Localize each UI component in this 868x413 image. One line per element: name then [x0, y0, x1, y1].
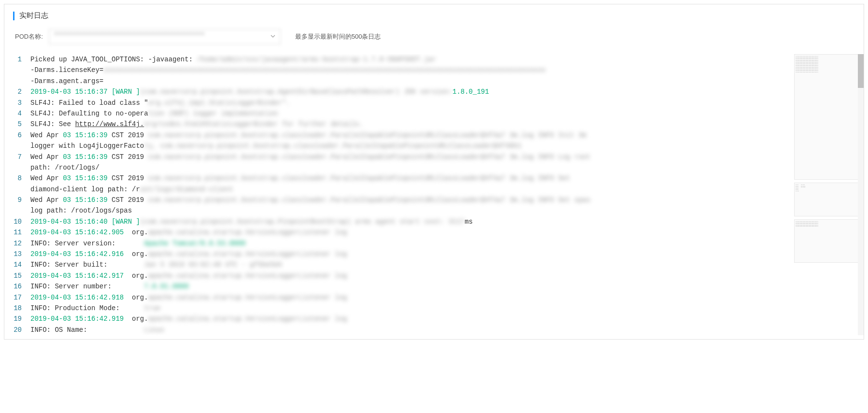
log-line: diamond-client log path: /root/logs/diam…	[10, 184, 790, 195]
line-content: 2019-04-03 15:16:40 [WARN ](com.navercor…	[30, 216, 790, 227]
line-number: 17	[10, 292, 30, 303]
log-segment: apache.catalina.startup.VersionLoggerLis…	[148, 272, 347, 280]
log-segment: org.slf4j.impl.StaticLoggerBinder".	[148, 99, 290, 107]
log-line: 172019-04-03 15:16:42.918 org.apache.cat…	[10, 292, 790, 303]
line-number	[10, 162, 30, 173]
log-segment: 1.8.0_191	[453, 88, 489, 96]
log-segment: com.navercorp.pinpoint.bootstrap.classlo…	[144, 196, 590, 204]
log-segment: Wed Apr	[30, 153, 63, 161]
line-number: 7	[10, 152, 30, 162]
line-number: 8	[10, 173, 30, 184]
line-content: 2019-04-03 15:16:42.917 org.apache.catal…	[30, 271, 790, 281]
log-link[interactable]: http://www.slf4j.	[75, 120, 144, 128]
log-segment: [WARN ]	[112, 88, 140, 96]
log-segment: com.navercorp.pinpoint.bootstrap.classlo…	[144, 153, 590, 161]
log-segment: true	[144, 304, 160, 312]
log-segment: CST 2019	[108, 131, 144, 139]
log-segment: 2019-04-03 15:16:42.918	[30, 294, 124, 301]
log-segment: (com.navercorp.pinpoint.bootstrap.Pinpoi…	[140, 218, 465, 226]
log-segment: com.navercorp.pinpoint.bootstrap.classlo…	[144, 174, 570, 182]
line-content: INFO: OS Name: Linux	[30, 325, 790, 335]
log-segment: INFO	[30, 261, 47, 269]
title-accent-bar	[13, 12, 14, 20]
log-segment: : Production Mode:	[47, 304, 144, 312]
minimap-column: xxxxxxxxxxxxxxxxxxxxxxxxxxxxxxxxxxxxxxx …	[794, 54, 862, 335]
log-segment: CST 2019	[108, 153, 144, 161]
log-line: 18INFO: Production Mode: true	[10, 303, 790, 313]
line-number: 1	[10, 54, 30, 65]
log-limit-hint: 最多显示最新时间的500条日志	[295, 32, 381, 41]
log-line: -Darms.licenseKey=xxxxxxxxxxxxxxxxxxxxxx…	[10, 65, 790, 75]
log-segment: tion (NOP) logger implementation	[148, 110, 278, 117]
log-line: 102019-04-03 15:16:40 [WARN ](com.naverc…	[10, 216, 790, 227]
line-number: 12	[10, 238, 30, 249]
log-segment: org.	[124, 228, 148, 236]
log-segment: org.	[124, 272, 148, 280]
controls-row: POD名称: xxxxxxxxxxxxxxxxxxxxxxxxxxxxxxxxx…	[13, 29, 855, 44]
log-segment: Linux	[144, 326, 164, 334]
line-number: 6	[10, 130, 30, 141]
log-segment: 2019-04-03 15:16:40	[30, 218, 112, 226]
line-number	[10, 205, 30, 216]
log-segment: org.	[124, 315, 148, 323]
line-number: 10	[10, 216, 30, 227]
scrollbar-thumb[interactable]	[858, 54, 864, 88]
log-line: -Darms.agent.args=	[10, 76, 790, 86]
log-line: 9Wed Apr 03 15:16:39 CST 2019 com.naverc…	[10, 195, 790, 205]
line-number	[10, 76, 30, 86]
log-line: 22019-04-03 15:16:37 [WARN ](com.naverco…	[10, 86, 790, 97]
log-viewer[interactable]: 1Picked up JAVA_TOOL_OPTIONS: -javaagent…	[6, 54, 794, 335]
log-segment: diamond-client log path: /r	[30, 185, 140, 193]
log-segment: Jan 5 2019 03:02:48 UTC - gf5be5d4	[144, 261, 282, 269]
log-segment: /home/admin/xxx/javaagent/arms-bootstrap…	[193, 56, 436, 63]
line-content: 2019-04-03 15:16:42.919 org.apache.catal…	[30, 313, 790, 324]
line-number: 4	[10, 108, 30, 119]
log-line: log path: /root/logs/spas	[10, 205, 790, 216]
line-number	[10, 141, 30, 151]
log-segment: SLF4J: Failed to load class "	[30, 99, 148, 107]
log-segment: apache.catalina.startup.VersionLoggerLis…	[148, 228, 347, 236]
log-line: 16INFO: Server number: 7.0.91.0000	[10, 281, 790, 292]
line-content: -Darms.licenseKey=xxxxxxxxxxxxxxxxxxxxxx…	[30, 65, 790, 75]
line-number: 11	[10, 227, 30, 238]
minimap-3[interactable]: xxxxxxxxxxxxxxxxxxxxxxxxxxxxxxxxxxxxxxx …	[794, 219, 860, 263]
log-line: 112019-04-03 15:16:42.905 org.apache.cat…	[10, 227, 790, 238]
log-segment: : Server built:	[47, 261, 144, 269]
scrollbar-vertical[interactable]	[858, 54, 864, 335]
line-number: 18	[10, 303, 30, 313]
line-content: INFO: Server built: Jan 5 2019 03:02:48 …	[30, 259, 790, 270]
line-content: 2019-04-03 15:16:42.916 org.apache.catal…	[30, 249, 790, 259]
pod-select[interactable]: xxxxxxxxxxxxxxxxxxxxxxxxxxxxxxxxxxxxxxxx…	[49, 29, 281, 44]
log-line: 4SLF4J: Defaulting to no-operation (NOP)…	[10, 108, 790, 119]
log-panel: 实时日志 POD名称: xxxxxxxxxxxxxxxxxxxxxxxxxxxx…	[4, 4, 864, 340]
log-segment: 2019-04-03 15:16:37	[30, 88, 112, 96]
line-number: 15	[10, 271, 30, 281]
pod-label: POD名称:	[15, 32, 43, 41]
log-segment: 03 15:16:39	[63, 153, 107, 161]
line-content: SLF4J: Failed to load class "org.slf4j.i…	[30, 98, 790, 108]
log-segment: path: /root/logs/	[30, 164, 100, 171]
minimap-2[interactable]: xxxxx xxxxxxx xxxxx xxxxxxxx xxxxx xxxxx…	[794, 183, 860, 216]
log-segment: CST 2019	[108, 174, 144, 182]
title-row: 实时日志	[13, 11, 855, 20]
log-line: logger with Log4jLoggerFactory, com.nave…	[10, 141, 790, 151]
panel-header: 实时日志 POD名称: xxxxxxxxxxxxxxxxxxxxxxxxxxxx…	[4, 4, 864, 48]
line-content: 2019-04-03 15:16:37 [WARN ](com.navercor…	[30, 86, 790, 97]
log-line: 7Wed Apr 03 15:16:39 CST 2019 com.naverc…	[10, 152, 790, 162]
line-number: 2	[10, 86, 30, 97]
log-segment: 7.0.91.0000	[144, 283, 188, 290]
log-segment: logger with Log4jLoggerFacto	[30, 142, 144, 150]
log-segment: 2019-04-03 15:16:42.905	[30, 228, 124, 236]
log-line: 12INFO: Server version: Apache Tomcat/8.…	[10, 238, 790, 249]
minimap-1[interactable]: xxxxxxxxxxxxxxxxxxxxxxxxxxxxxxxxxxxxxxx …	[794, 54, 860, 180]
line-content: Wed Apr 03 15:16:39 CST 2019 com.naverco…	[30, 152, 790, 162]
log-segment: SLF4J: Defaulting to no-opera	[30, 110, 148, 117]
log-segment: Apache Tomcat/8.0.53.0000	[144, 240, 245, 247]
log-segment: 2019-04-03 15:16:42.916	[30, 250, 124, 258]
log-segment: oot/logs/diamond-client	[140, 185, 233, 193]
log-segment: Wed Apr	[30, 174, 63, 182]
line-number: 5	[10, 119, 30, 129]
log-segment: INFO	[30, 240, 47, 247]
log-segment: INFO	[30, 304, 47, 312]
log-segment: Picked up JAVA_TOOL_OPTIONS: -javaagent:	[30, 56, 193, 63]
